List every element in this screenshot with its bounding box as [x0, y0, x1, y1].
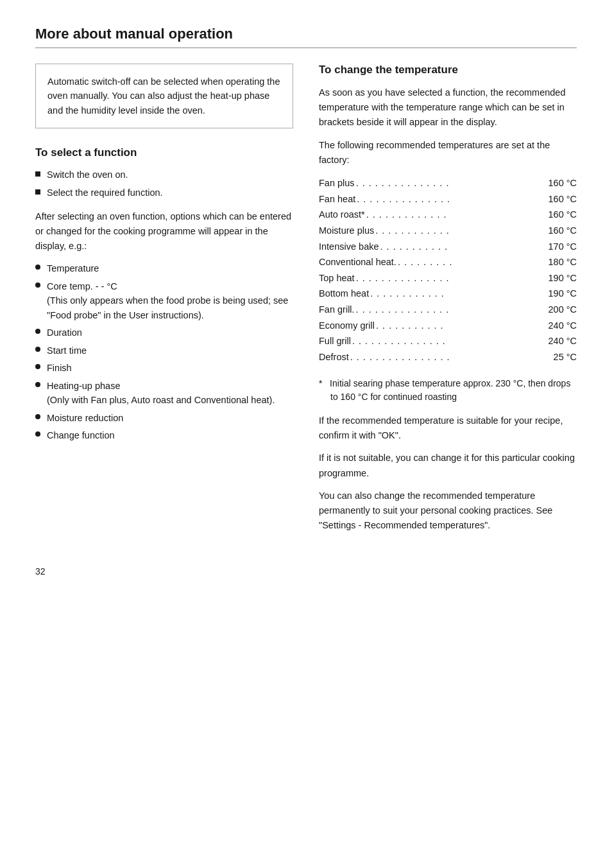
temp-dots: . . . . . . . . . . . . . . .	[356, 270, 547, 286]
square-bullet-icon	[35, 171, 40, 177]
temp-dots: . . . . . . . . . . . . . . .	[357, 191, 547, 207]
circle-bullet-icon	[35, 414, 40, 419]
page-title: More about manual operation	[35, 26, 577, 42]
circle-bullet-icon	[35, 329, 40, 334]
footnote-text: * Initial searing phase temperature appr…	[319, 377, 577, 404]
temp-row: Moisture plus . . . . . . . . . . . . 16…	[319, 223, 577, 239]
list-item: Core temp. - - °C (This only appears whe…	[35, 279, 293, 322]
temp-label: Top heat	[319, 270, 355, 286]
temp-value: 160 °C	[548, 223, 577, 239]
temp-value: 190 °C	[548, 270, 577, 286]
list-item-text: Finish	[47, 361, 72, 375]
temp-label: Conventional heat.	[319, 254, 396, 270]
change-temp-para3: If the recommended temperature is suitab…	[319, 413, 577, 443]
temp-value: 160 °C	[548, 191, 577, 207]
temp-dots: . . . . . . . . . . . .	[375, 223, 547, 239]
temp-value: 180 °C	[548, 254, 577, 270]
select-function-para1: After selecting an oven function, option…	[35, 209, 293, 254]
temp-label: Auto roast*	[319, 207, 365, 223]
list-item: Start time	[35, 343, 293, 358]
temp-label: Defrost	[319, 349, 349, 365]
temp-label: Intensive bake	[319, 239, 379, 255]
temp-label: Bottom heat	[319, 286, 369, 302]
change-temp-para4: If it is not suitable, you can change it…	[319, 451, 577, 480]
temp-value: 25 °C	[554, 349, 577, 365]
list-item-text: Change function	[47, 428, 115, 442]
title-divider	[35, 48, 577, 48]
right-column: To change the temperature As soon as you…	[319, 64, 577, 541]
list-item-text: Select the required function.	[47, 186, 163, 200]
list-item: Finish	[35, 361, 293, 375]
list-item: Switch the oven on.	[35, 168, 293, 182]
change-temp-para2: The following recommended temperatures a…	[319, 138, 577, 168]
temp-row: Fan grill. . . . . . . . . . . . . . . .…	[319, 302, 577, 318]
temp-row: Bottom heat . . . . . . . . . . . . 190 …	[319, 286, 577, 302]
list-item: Change function	[35, 428, 293, 442]
list-item-text: Core temp. - - °C (This only appears whe…	[47, 279, 293, 322]
temp-label: Full grill	[319, 333, 351, 349]
temp-row: Fan heat . . . . . . . . . . . . . . . 1…	[319, 191, 577, 207]
circle-bullet-icon	[35, 282, 40, 288]
temp-dots: . . . . . . . . . . .	[376, 318, 547, 334]
list-item: Duration	[35, 326, 293, 340]
temp-row: Top heat . . . . . . . . . . . . . . . 1…	[319, 270, 577, 286]
change-temp-para5: You can also change the recommended temp…	[319, 489, 577, 534]
page-number: 32	[35, 566, 577, 577]
list-item: Select the required function.	[35, 186, 293, 200]
select-function-heading: To select a function	[35, 146, 293, 159]
left-column: Automatic switch-off can be selected whe…	[35, 64, 293, 541]
list-item-text: Moisture reduction	[47, 411, 123, 425]
temp-value: 160 °C	[548, 175, 577, 191]
temp-row: Full grill . . . . . . . . . . . . . . .…	[319, 333, 577, 349]
circle-bullet-icon	[35, 431, 40, 437]
list-item: Temperature	[35, 261, 293, 275]
square-bullet-icon	[35, 189, 40, 195]
info-box-text: Automatic switch-off can be selected whe…	[47, 76, 280, 116]
list-item: Heating-up phase (Only with Fan plus, Au…	[35, 379, 293, 408]
temp-value: 200 °C	[548, 302, 577, 318]
list-item-text: Start time	[47, 343, 87, 358]
temp-dots: . . . . . . . . . . .	[380, 239, 547, 255]
circle-bullet-list: Temperature Core temp. - - °C (This only…	[35, 261, 293, 442]
square-bullet-list: Switch the oven on. Select the required …	[35, 168, 293, 200]
circle-bullet-icon	[35, 265, 40, 270]
temp-label: Moisture plus	[319, 223, 374, 239]
temp-dots: . . . . . . . . . . . .	[370, 286, 547, 302]
list-item-text: Heating-up phase (Only with Fan plus, Au…	[47, 379, 275, 408]
temp-row: Conventional heat. . . . . . . . . . 180…	[319, 254, 577, 270]
temp-dots: . . . . . . . . . . . . . . .	[356, 302, 547, 318]
temp-row: Auto roast* . . . . . . . . . . . . . 16…	[319, 207, 577, 223]
temp-label: Economy grill	[319, 318, 375, 334]
temperature-table: Fan plus . . . . . . . . . . . . . . . 1…	[319, 175, 577, 365]
temp-value: 240 °C	[548, 333, 577, 349]
list-item-text: Switch the oven on.	[47, 168, 128, 182]
temp-dots: . . . . . . . . .	[398, 254, 547, 270]
circle-bullet-icon	[35, 347, 40, 352]
change-temperature-heading: To change the temperature	[319, 64, 577, 76]
temp-dots: . . . . . . . . . . . . . . .	[352, 333, 547, 349]
temp-value: 170 °C	[548, 239, 577, 255]
temp-dots: . . . . . . . . . . . . . . .	[356, 175, 547, 191]
temp-row: Fan plus . . . . . . . . . . . . . . . 1…	[319, 175, 577, 191]
circle-bullet-icon	[35, 364, 40, 369]
list-item-text: Duration	[47, 326, 82, 340]
main-content: Automatic switch-off can be selected whe…	[35, 64, 577, 541]
temp-value: 240 °C	[548, 318, 577, 334]
temp-label: Fan heat	[319, 191, 355, 207]
change-temp-para1: As soon as you have selected a function,…	[319, 85, 577, 130]
temp-dots: . . . . . . . . . . . . . . . .	[350, 349, 552, 365]
list-item-text: Temperature	[47, 261, 99, 275]
info-box: Automatic switch-off can be selected whe…	[35, 64, 293, 128]
temp-row: Intensive bake . . . . . . . . . . . 170…	[319, 239, 577, 255]
list-item: Moisture reduction	[35, 411, 293, 425]
temp-value: 160 °C	[548, 207, 577, 223]
temp-label: Fan plus	[319, 175, 355, 191]
circle-bullet-icon	[35, 382, 40, 387]
temp-row: Defrost . . . . . . . . . . . . . . . . …	[319, 349, 577, 365]
temp-value: 190 °C	[548, 286, 577, 302]
temp-row: Economy grill . . . . . . . . . . . 240 …	[319, 318, 577, 334]
temp-dots: . . . . . . . . . . . . .	[366, 207, 547, 223]
temp-label: Fan grill.	[319, 302, 355, 318]
